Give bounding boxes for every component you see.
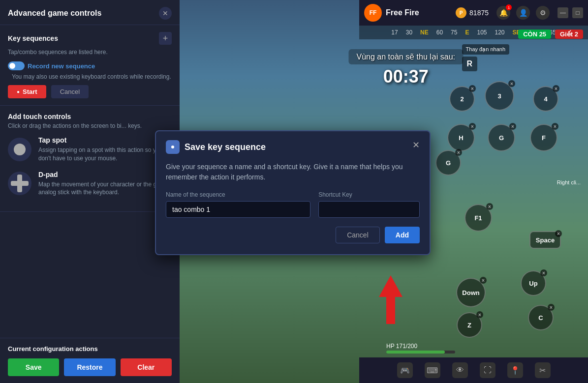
control-down[interactable]: × Down: [456, 278, 486, 307]
fullscreen-icon[interactable]: ⛶: [480, 362, 495, 378]
key-sequences-subtitle: Tap/combo sequences are listed here.: [8, 49, 172, 56]
shortcut-field: Shortcut Key: [318, 191, 420, 218]
add-sequence-button[interactable]: +: [159, 32, 172, 45]
hp-bar: HP 171/200: [386, 343, 455, 354]
control-h-close[interactable]: ×: [469, 123, 476, 130]
control-g[interactable]: × G: [488, 124, 515, 151]
modal-close-button[interactable]: ✕: [410, 139, 422, 151]
alive-badge: CÒN 25: [518, 29, 551, 39]
top-icons: 🔔 1 👤 ⚙: [496, 6, 550, 20]
control-space-close[interactable]: ×: [555, 230, 562, 237]
record-btn-row: Start Cancel: [8, 85, 172, 98]
control-up-close[interactable]: ×: [540, 269, 547, 276]
toggle-icon[interactable]: [8, 61, 25, 70]
save-sequence-modal: Save key sequence ✕ Give your sequence a…: [155, 130, 431, 255]
safe-zone-text: Vùng an toàn sẽ thu lại sau:: [348, 49, 463, 64]
control-down-close[interactable]: ×: [480, 277, 487, 284]
map-icon[interactable]: 📍: [507, 362, 523, 378]
notification-button[interactable]: 🔔 1: [496, 6, 510, 20]
dpad-icon: [11, 175, 29, 192]
control-g-left-close[interactable]: ×: [455, 149, 462, 156]
touch-controls-section: Add touch controls Click or drag the act…: [0, 106, 180, 212]
reload-key: R: [462, 57, 478, 71]
control-3-close[interactable]: ×: [508, 80, 515, 87]
tap-spot-item: Tap spot Assign tapping on a spot with t…: [8, 136, 172, 163]
panel-title: Advanced game controls: [8, 9, 101, 18]
tap-spot-desc: Assign tapping on a spot with this actio…: [38, 146, 172, 163]
coin-icon: P: [456, 7, 466, 18]
game-bottom-bar: 🎮 ⌨ 👁 ⛶ 📍 ✂: [359, 357, 588, 383]
reload-hint: Thay đạn nhanh R: [462, 44, 509, 71]
control-g-left[interactable]: × G: [435, 150, 461, 176]
start-button[interactable]: Start: [8, 85, 46, 98]
svg-point-1: [171, 146, 174, 148]
control-3[interactable]: × 3: [485, 81, 514, 111]
compass-120: 120: [495, 29, 505, 36]
modal-add-button[interactable]: Add: [385, 227, 420, 243]
control-h[interactable]: × H: [447, 124, 475, 151]
eye-icon[interactable]: 👁: [452, 362, 468, 378]
control-4-close[interactable]: ×: [553, 85, 559, 92]
coins-display: P 81875: [456, 7, 489, 18]
control-z-close[interactable]: ×: [476, 311, 483, 318]
modal-icon: [166, 140, 180, 154]
control-f1-close[interactable]: ×: [486, 203, 493, 210]
shortcut-input[interactable]: [318, 201, 420, 218]
minimize-button[interactable]: —: [557, 7, 568, 18]
dpad-text: D-pad Map the movement of your character…: [38, 171, 172, 197]
control-space[interactable]: × Space: [529, 231, 561, 249]
scissors-icon[interactable]: ✂: [535, 362, 551, 378]
hp-track: [386, 351, 455, 354]
control-f[interactable]: × F: [530, 124, 557, 151]
dpad-icon-container: [8, 172, 31, 195]
modal-container: Save key sequence ✕ Give your sequence a…: [155, 130, 431, 255]
control-f1[interactable]: × F1: [464, 204, 492, 232]
compass-105: 105: [477, 29, 487, 36]
timer-display: 00:37: [348, 66, 463, 87]
modal-header: Save key sequence ✕: [156, 131, 430, 159]
game-logo: FF: [364, 4, 382, 22]
control-c[interactable]: × C: [528, 305, 554, 330]
close-panel-button[interactable]: ✕: [159, 7, 172, 20]
control-2-close[interactable]: ×: [469, 85, 476, 92]
control-g-close[interactable]: ×: [509, 123, 516, 130]
record-sequence-toggle[interactable]: Record new sequence: [8, 61, 172, 70]
shortcut-label: Shortcut Key: [318, 191, 420, 198]
control-f-close[interactable]: ×: [552, 123, 558, 130]
control-z[interactable]: × Z: [457, 312, 482, 338]
keyboard-icon[interactable]: ⌨: [425, 362, 440, 378]
name-input[interactable]: [166, 201, 310, 218]
modal-cancel-button[interactable]: Cancel: [336, 227, 380, 243]
account-button[interactable]: 👤: [516, 6, 530, 20]
compass-ne: NE: [420, 29, 429, 36]
hp-text: HP 171/200: [386, 343, 417, 350]
name-label: Name of the sequence: [166, 191, 310, 198]
maximize-button[interactable]: □: [572, 7, 583, 18]
arrow-indicator: [379, 275, 402, 324]
cancel-record-button[interactable]: Cancel: [51, 85, 89, 98]
clear-button[interactable]: Clear: [121, 358, 172, 376]
panel-bottom: Current configuration actions Save Resto…: [0, 338, 180, 383]
compass-75: 75: [451, 29, 457, 36]
key-sequences-section: Key sequences + Tap/combo sequences are …: [0, 25, 180, 106]
coin-amount: 81875: [469, 9, 489, 17]
save-button[interactable]: Save: [8, 358, 59, 376]
control-c-close[interactable]: ×: [548, 304, 555, 311]
reload-hint-text: Thay đạn nhanh: [462, 44, 509, 55]
game-title: Free Fire: [386, 8, 456, 17]
control-4[interactable]: × 4: [533, 86, 558, 112]
arrow-head: [379, 275, 402, 297]
dpad-item: D-pad Map the movement of your character…: [8, 171, 172, 197]
game-center-info: Vùng an toàn sẽ thu lại sau: 00:37: [348, 49, 463, 87]
tap-spot-text: Tap spot Assign tapping on a spot with t…: [38, 136, 172, 163]
window-controls: — □: [557, 7, 583, 18]
touch-controls-desc: Click or drag the actions on the screen …: [8, 122, 172, 129]
arrow-stem: [386, 297, 395, 324]
key-sequences-header: Key sequences +: [8, 32, 172, 45]
control-up[interactable]: × Up: [521, 270, 546, 296]
restore-button[interactable]: Restore: [64, 358, 115, 376]
alive-count-text: 25: [539, 30, 546, 38]
control-2[interactable]: × 2: [449, 86, 475, 112]
settings-button[interactable]: ⚙: [536, 6, 550, 20]
gamepad-icon[interactable]: 🎮: [397, 362, 413, 378]
